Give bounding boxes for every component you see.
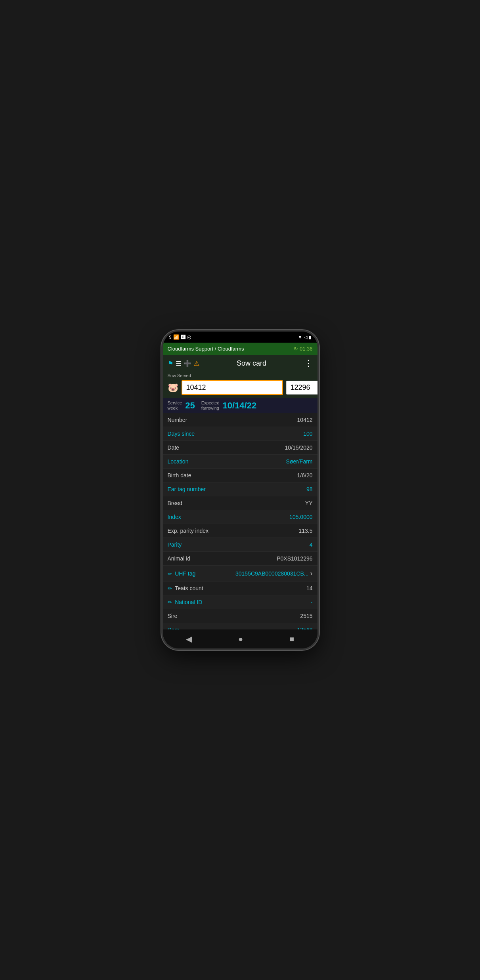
battery-icon: ▮ xyxy=(309,335,311,340)
row-value: 14 xyxy=(306,585,313,591)
row-label: Parity xyxy=(168,541,182,548)
row-label: Location xyxy=(168,458,189,465)
row-value: Søer/Farm xyxy=(286,458,313,465)
row-label: Animal id xyxy=(168,555,191,562)
row-label: ✏ National ID xyxy=(168,599,203,605)
table-row: Index105.0000 xyxy=(163,510,317,524)
location-icon: ◎ xyxy=(187,334,191,340)
row-label: ✏ UHF tag xyxy=(168,570,196,577)
table-row[interactable]: ✏ National ID- xyxy=(163,595,317,609)
status-bar: 9 📶 🅰 ◎ ▼ ◁ ▮ xyxy=(163,332,317,343)
row-value: 12568 xyxy=(297,627,313,629)
app-header-time: ↻ 01:36 xyxy=(294,346,313,352)
home-button[interactable]: ● xyxy=(230,633,251,645)
table-row: Date10/15/2020 xyxy=(163,441,317,455)
toolbar: ⚑ ☰ ➕ ⚠ Sow card ⋮ xyxy=(163,355,317,372)
row-value: YY xyxy=(305,500,313,506)
row-label: ✏ Teats count xyxy=(168,585,203,591)
expected-farrowing-value: 10/14/22 xyxy=(223,400,257,411)
edit-icon: ✏ xyxy=(168,585,174,591)
row-value: P0XS1012296 xyxy=(277,555,312,562)
row-value: 10412 xyxy=(297,417,313,423)
table-row: Ear tag number98 xyxy=(163,482,317,496)
recents-button[interactable]: ■ xyxy=(281,633,302,645)
row-value: 2515 xyxy=(300,613,312,619)
row-label: Days since xyxy=(168,431,195,437)
signal-strength-icon: ◁ xyxy=(304,335,307,340)
content-area: Number10412Days since100Date10/15/2020Lo… xyxy=(163,413,317,629)
row-value: 1/6/20 xyxy=(297,472,313,479)
secondary-sow-input[interactable] xyxy=(286,381,317,395)
primary-sow-input[interactable] xyxy=(182,380,283,395)
add-icon: ➕ xyxy=(184,360,191,367)
table-row: BreedYY xyxy=(163,496,317,510)
table-row: Number10412 xyxy=(163,413,317,427)
header-clock: 01:36 xyxy=(300,346,313,352)
status-right: ▼ ◁ ▮ xyxy=(298,335,311,340)
table-row: Animal idP0XS1012296 xyxy=(163,552,317,566)
row-value: 10/15/2020 xyxy=(285,444,312,451)
table-row: LocationSøer/Farm xyxy=(163,455,317,469)
wifi-icon: ▼ xyxy=(298,335,302,339)
row-label: Index xyxy=(168,514,181,520)
table-row: Exp. parity index113.5 xyxy=(163,524,317,538)
row-value: 113.5 xyxy=(298,528,312,534)
bottom-nav: ◀ ● ■ xyxy=(163,629,317,648)
row-value: 98 xyxy=(306,486,313,492)
warning-icon: ⚠ xyxy=(194,360,199,367)
chevron-right-icon: › xyxy=(310,569,313,578)
edit-icon: ✏ xyxy=(168,571,174,577)
row-value: 100 xyxy=(303,431,312,437)
row-value: 30155C9AB0000280031CB... xyxy=(235,570,308,577)
row-value: 4 xyxy=(310,541,313,548)
more-options-button[interactable]: ⋮ xyxy=(304,358,313,368)
table-row[interactable]: ✏ UHF tag30155C9AB0000280031CB...› xyxy=(163,566,317,582)
signal-icon: 📶 xyxy=(173,334,179,340)
toolbar-left: ⚑ ☰ ➕ ⚠ xyxy=(168,360,199,367)
table-row: Birth date1/6/20 xyxy=(163,469,317,482)
row-label: Birth date xyxy=(168,472,191,479)
table-row[interactable]: ✏ Teats count14 xyxy=(163,582,317,595)
status-time: 9 xyxy=(169,335,172,339)
flag-icon: ⚑ xyxy=(168,360,173,367)
app-header-title: Cloudfarms Support / Cloudfarms xyxy=(168,346,244,352)
back-button[interactable]: ◀ xyxy=(178,633,200,645)
service-week-label: Serviceweek xyxy=(168,400,182,411)
table-row: Dam12568 xyxy=(163,623,317,629)
edit-icon: ✏ xyxy=(168,599,174,605)
sow-label: Sow Served xyxy=(163,372,317,379)
row-label: Ear tag number xyxy=(168,486,206,492)
row-value: - xyxy=(311,599,313,605)
notification-icon: 🅰 xyxy=(181,334,185,340)
app-header: Cloudfarms Support / Cloudfarms ↻ 01:36 xyxy=(163,343,317,355)
list-icon: ☰ xyxy=(176,360,181,367)
row-label: Dam xyxy=(168,627,180,629)
row-label: Sire xyxy=(168,613,178,619)
service-week-value: 25 xyxy=(185,400,195,411)
status-left: 9 📶 🅰 ◎ xyxy=(169,334,191,340)
refresh-icon[interactable]: ↻ xyxy=(294,346,298,352)
expected-farrowing-label: Expectedfarrowing xyxy=(201,400,220,411)
table-row: Parity4 xyxy=(163,538,317,552)
row-label: Exp. parity index xyxy=(168,528,209,534)
row-label: Date xyxy=(168,444,180,451)
row-label: Number xyxy=(168,417,187,423)
table-row: Sire2515 xyxy=(163,609,317,623)
search-row: 🐷 xyxy=(163,379,317,398)
service-week-row: Serviceweek 25 Expectedfarrowing 10/14/2… xyxy=(163,398,317,413)
row-value: 105.0000 xyxy=(289,514,312,520)
pig-icon: 🐷 xyxy=(168,383,178,393)
table-row: Days since100 xyxy=(163,427,317,441)
toolbar-title: Sow card xyxy=(199,359,304,368)
row-label: Breed xyxy=(168,500,182,506)
